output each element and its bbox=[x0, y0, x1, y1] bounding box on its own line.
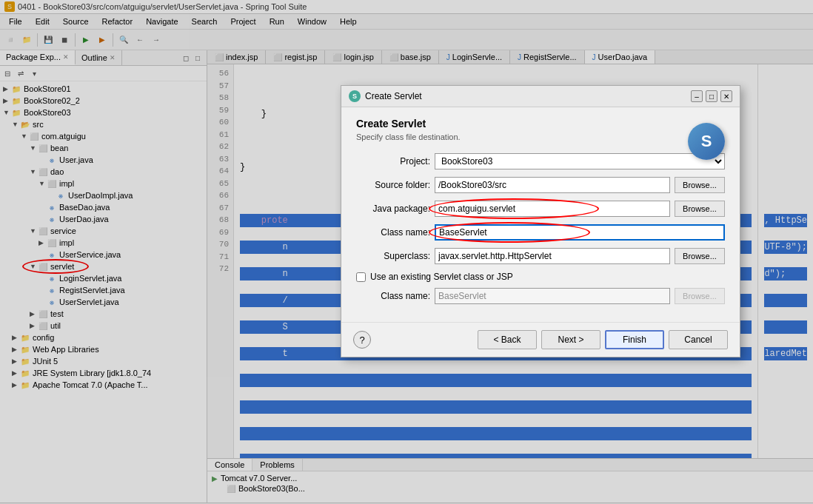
form-row-java-package: Java package: Browse... bbox=[356, 201, 725, 217]
input-project[interactable]: BookStore03 bbox=[435, 153, 725, 169]
browse-existing-class: Browse... bbox=[675, 288, 725, 304]
cancel-button[interactable]: Cancel bbox=[669, 330, 728, 349]
label-class-name: Class name: bbox=[356, 227, 430, 238]
create-servlet-dialog: S Create Servlet – □ ✕ S Create Servlet … bbox=[341, 85, 740, 357]
form-row-existing-class: Class name: Browse... bbox=[356, 288, 725, 304]
finish-button[interactable]: Finish bbox=[605, 330, 664, 349]
label-superclass: Superclass: bbox=[356, 251, 430, 261]
dialog-minimize[interactable]: – bbox=[691, 90, 703, 102]
form-row-project: Project: BookStore03 bbox=[356, 153, 725, 169]
input-class-name[interactable] bbox=[435, 224, 725, 241]
checkbox-existing[interactable] bbox=[356, 272, 366, 282]
input-source-folder[interactable] bbox=[435, 177, 670, 193]
dialog-titlebar: S Create Servlet – □ ✕ bbox=[341, 86, 740, 107]
dialog-maximize[interactable]: □ bbox=[706, 90, 717, 102]
dialog-overlay: S Create Servlet – □ ✕ S Create Servlet … bbox=[0, 0, 813, 504]
help-button[interactable]: ? bbox=[353, 331, 371, 349]
dialog-body: S Create Servlet Specify class file dest… bbox=[341, 107, 740, 322]
browse-source-folder[interactable]: Browse... bbox=[675, 177, 725, 193]
checkbox-row-existing: Use an existing Servlet class or JSP bbox=[356, 272, 725, 282]
label-existing-class: Class name: bbox=[356, 291, 430, 301]
dialog-title-text: Create Servlet bbox=[365, 91, 422, 101]
dialog-subtext: Specify class file destination. bbox=[356, 132, 725, 141]
label-project: Project: bbox=[356, 156, 430, 167]
dialog-footer: ? < Back Next > Finish Cancel bbox=[341, 322, 740, 357]
next-button[interactable]: Next > bbox=[541, 330, 600, 349]
dialog-heading: Create Servlet bbox=[356, 118, 725, 130]
browse-superclass[interactable]: Browse... bbox=[675, 248, 725, 264]
label-source-folder: Source folder: bbox=[356, 180, 430, 190]
browse-java-package[interactable]: Browse... bbox=[675, 201, 725, 217]
back-button[interactable]: < Back bbox=[478, 330, 537, 349]
label-existing: Use an existing Servlet class or JSP bbox=[370, 272, 513, 282]
input-java-package[interactable] bbox=[435, 201, 670, 217]
form-row-source-folder: Source folder: Browse... bbox=[356, 177, 725, 193]
dialog-title-icon: S bbox=[349, 90, 361, 102]
input-existing-class bbox=[435, 288, 670, 304]
dialog-title-left: S Create Servlet bbox=[349, 90, 422, 102]
label-java-package: Java package: bbox=[356, 204, 430, 214]
form-row-class-name: Class name: bbox=[356, 224, 725, 241]
dialog-logo: S bbox=[688, 123, 725, 160]
dialog-close[interactable]: ✕ bbox=[720, 90, 732, 102]
form-row-superclass: Superclass: Browse... bbox=[356, 248, 725, 264]
input-superclass[interactable] bbox=[435, 248, 670, 264]
dialog-title-btns: – □ ✕ bbox=[691, 90, 732, 102]
